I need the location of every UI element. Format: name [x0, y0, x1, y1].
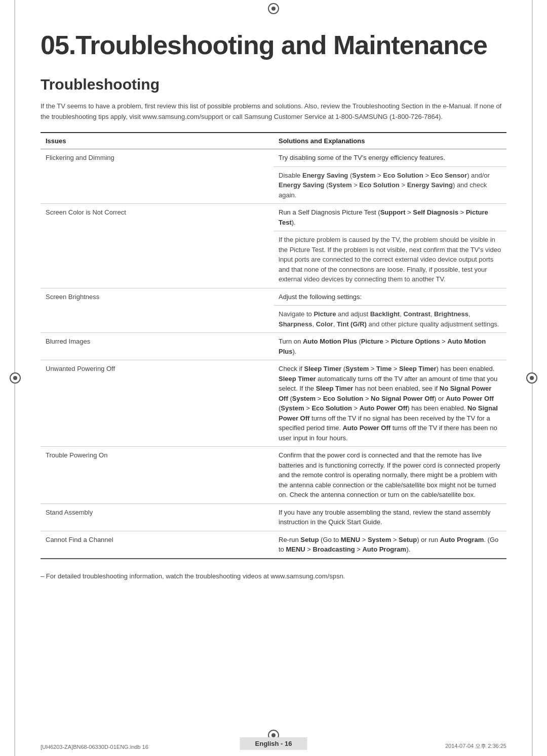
solution-cell: Re-run Setup (Go to MENU > System > Setu… — [274, 531, 506, 559]
solution-cell: Run a Self Diagnosis Picture Test (Suppo… — [274, 204, 506, 231]
solution-cell: Try disabling some of the TV's energy ef… — [274, 149, 506, 167]
issue-cell: Flickering and Dimming — [41, 149, 274, 204]
table-row: Blurred Images Turn on Auto Motion Plus … — [41, 333, 506, 360]
main-content: 05.Troubleshooting and Maintenance Troub… — [0, 0, 547, 621]
issue-cell: Blurred Images — [41, 333, 274, 360]
issue-cell: Trouble Powering On — [41, 447, 274, 504]
solution-cell: Adjust the following settings: — [274, 288, 506, 306]
issue-cell: Screen Color is Not Correct — [41, 204, 274, 288]
table-row: Unwanted Powering Off Check if Sleep Tim… — [41, 360, 506, 447]
note-text: – For detailed troubleshooting informati… — [41, 571, 506, 581]
page-container: 05.Troubleshooting and Maintenance Troub… — [0, 0, 547, 756]
solution-cell: Check if Sleep Timer (System > Time > Sl… — [274, 360, 506, 447]
footer-right: 2014-07-04 오후 2:36:25 — [445, 742, 506, 750]
issue-cell: Stand Assembly — [41, 503, 274, 531]
footer-left: [UH6203-ZA]BN68-06330D-01ENG.indb 16 — [41, 744, 148, 750]
col-header-solutions: Solutions and Explanations — [274, 133, 506, 149]
solution-cell: Turn on Auto Motion Plus (Picture > Pict… — [274, 333, 506, 360]
solution-cell: Disable Energy Saving (System > Eco Solu… — [274, 166, 506, 204]
chapter-title: 05.Troubleshooting and Maintenance — [41, 30, 506, 61]
solution-cell: If the picture problem is caused by the … — [274, 231, 506, 288]
issue-cell: Unwanted Powering Off — [41, 360, 274, 447]
table-row: Cannot Find a Channel Re-run Setup (Go t… — [41, 531, 506, 559]
col-header-issues: Issues — [41, 133, 274, 149]
footer: [UH6203-ZA]BN68-06330D-01ENG.indb 16 Eng… — [0, 726, 547, 756]
table-row: Screen Color is Not Correct Run a Self D… — [41, 204, 506, 231]
table-row: Flickering and Dimming Try disabling som… — [41, 149, 506, 167]
solution-cell: Navigate to Picture and adjust Backlight… — [274, 306, 506, 333]
solution-cell: Confirm that the power cord is connected… — [274, 447, 506, 504]
footer-center: English - 16 — [240, 737, 307, 750]
issue-cell: Screen Brightness — [41, 288, 274, 333]
solution-cell: If you have any trouble assembling the s… — [274, 503, 506, 531]
table-row: Trouble Powering On Confirm that the pow… — [41, 447, 506, 504]
intro-paragraph: If the TV seems to have a problem, first… — [41, 101, 506, 122]
issue-cell: Cannot Find a Channel — [41, 531, 274, 559]
troubleshoot-table: Issues Solutions and Explanations Flicke… — [41, 132, 506, 559]
table-row: Stand Assembly If you have any trouble a… — [41, 503, 506, 531]
section-title: Troubleshooting — [41, 76, 506, 93]
table-row: Screen Brightness Adjust the following s… — [41, 288, 506, 306]
